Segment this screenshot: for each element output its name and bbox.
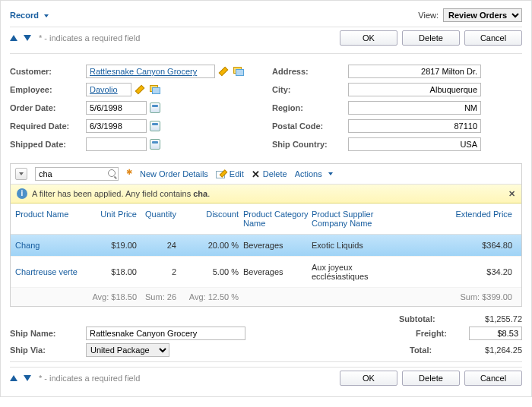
region-field[interactable] <box>348 101 481 115</box>
chevron-down-icon <box>328 172 333 175</box>
record-menu[interactable]: Record <box>10 11 49 20</box>
cell-product[interactable]: Chartreuse verte <box>15 267 88 276</box>
address-label: Address: <box>272 67 348 76</box>
new-order-details-button[interactable]: New Order Details <box>126 169 208 179</box>
edit-icon <box>216 169 226 179</box>
lookup-popup-icon[interactable] <box>150 85 160 94</box>
cell-extprice: $364.80 <box>410 241 517 250</box>
search-input[interactable] <box>35 167 119 181</box>
grid-views-button[interactable] <box>15 168 27 180</box>
calendar-icon[interactable] <box>150 103 160 113</box>
shipname-field[interactable] <box>86 327 245 340</box>
grid-delete-button[interactable]: ✕Delete <box>252 169 287 180</box>
required-note: * - indicates a required field <box>39 374 140 383</box>
orderdate-field[interactable] <box>86 101 147 115</box>
search-icon[interactable] <box>108 169 116 177</box>
cell-discount: 5.00 % <box>176 267 239 276</box>
freight-field[interactable] <box>469 327 522 340</box>
cell-supplier: Exotic Liquids <box>312 241 410 250</box>
col-supplier[interactable]: Product Supplier Company Name <box>312 210 410 228</box>
footer-avg-disc: Avg: 12.50 % <box>176 292 239 301</box>
col-product[interactable]: Product Name <box>15 210 88 228</box>
col-quantity[interactable]: Quantity <box>137 210 176 228</box>
customer-label: Customer: <box>10 67 86 76</box>
requireddate-label: Required Date: <box>10 121 86 131</box>
chevron-down-icon <box>19 172 24 175</box>
info-icon: i <box>17 188 27 199</box>
col-extprice[interactable]: Extended Price <box>410 210 517 228</box>
subtotal-value: $1,255.72 <box>463 314 522 323</box>
toolbar-label: Delete <box>263 169 287 178</box>
address-field[interactable] <box>348 65 481 78</box>
shippeddate-label: Shipped Date: <box>10 140 86 149</box>
prev-record-button[interactable] <box>10 35 17 41</box>
view-select[interactable]: Review Orders <box>443 8 522 22</box>
employee-field[interactable] <box>86 83 131 96</box>
lookup-popup-icon[interactable] <box>233 67 244 76</box>
country-field[interactable] <box>348 137 481 151</box>
chevron-down-icon <box>44 14 49 17</box>
table-row[interactable]: Chang $19.00 24 20.00 % Beverages Exotic… <box>11 235 521 257</box>
order-details-grid: New Order Details Edit ✕Delete Actions i… <box>10 163 522 307</box>
postal-label: Postal Code: <box>272 121 348 131</box>
col-discount[interactable]: Discount <box>176 210 239 228</box>
cell-quantity: 24 <box>137 241 176 250</box>
footer-sum-ext: Sum: $399.00 <box>410 292 517 301</box>
orderdate-label: Order Date: <box>10 103 86 112</box>
shipvia-select[interactable]: United Package <box>86 343 169 357</box>
edit-button[interactable]: Edit <box>216 169 244 179</box>
delete-button[interactable]: Delete <box>402 30 460 46</box>
prev-record-button[interactable] <box>10 375 17 381</box>
ok-button[interactable]: OK <box>340 371 397 386</box>
grid-footer: Avg: $18.50 Sum: 26 Avg: 12.50 % Sum: $3… <box>11 288 521 306</box>
toolbar-label: Edit <box>230 169 244 178</box>
footer-avg-price: Avg: $18.50 <box>88 292 137 301</box>
view-label: View: <box>418 11 439 20</box>
postal-field[interactable] <box>348 119 481 133</box>
actions-menu[interactable]: Actions <box>295 169 333 178</box>
cancel-button[interactable]: Cancel <box>464 371 522 386</box>
cell-extprice: $34.20 <box>410 267 517 276</box>
footer-sum-qty: Sum: 26 <box>137 292 176 301</box>
requireddate-field[interactable] <box>86 119 147 133</box>
total-label: Total: <box>410 345 463 355</box>
cell-discount: 20.00 % <box>176 241 239 250</box>
edit-lookup-icon[interactable] <box>218 66 229 77</box>
edit-lookup-icon[interactable] <box>135 84 145 95</box>
toolbar-label: Actions <box>295 169 322 178</box>
next-record-button[interactable] <box>24 35 31 41</box>
col-category[interactable]: Product Category Name <box>239 210 312 228</box>
cell-quantity: 2 <box>137 267 176 276</box>
cell-category: Beverages <box>239 267 312 276</box>
calendar-icon[interactable] <box>150 121 160 131</box>
calendar-icon[interactable] <box>150 139 160 150</box>
grid-header: Product Name Unit Price Quantity Discoun… <box>11 204 521 235</box>
customer-field[interactable] <box>86 65 215 78</box>
freight-label: Freight: <box>416 329 469 338</box>
cell-category: Beverages <box>239 241 312 250</box>
region-label: Region: <box>272 103 348 112</box>
city-field[interactable] <box>348 83 481 96</box>
close-icon[interactable]: ✕ <box>508 189 515 199</box>
delete-icon: ✕ <box>252 169 260 180</box>
country-label: Ship Country: <box>272 140 348 149</box>
filter-banner: i A filter has been applied. Any field c… <box>11 185 521 204</box>
employee-label: Employee: <box>10 85 86 94</box>
cancel-button[interactable]: Cancel <box>464 30 522 46</box>
shipname-label: Ship Name: <box>10 329 86 338</box>
table-row[interactable]: Chartreuse verte $18.00 2 5.00 % Beverag… <box>11 257 521 288</box>
new-record-icon <box>126 169 137 179</box>
record-menu-label: Record <box>10 11 39 20</box>
next-record-button[interactable] <box>24 375 31 381</box>
subtotal-label: Subtotal: <box>399 314 452 323</box>
cell-product[interactable]: Chang <box>15 241 88 250</box>
ok-button[interactable]: OK <box>340 30 397 46</box>
total-value: $1,264.25 <box>463 345 522 355</box>
delete-button[interactable]: Delete <box>402 371 460 386</box>
cell-supplier: Aux joyeux ecclésiastiques <box>312 263 410 281</box>
col-unitprice[interactable]: Unit Price <box>88 210 137 228</box>
toolbar-label: New Order Details <box>140 169 208 178</box>
cell-unitprice: $19.00 <box>88 241 137 250</box>
shippeddate-field[interactable] <box>86 137 147 151</box>
cell-unitprice: $18.00 <box>88 267 137 276</box>
